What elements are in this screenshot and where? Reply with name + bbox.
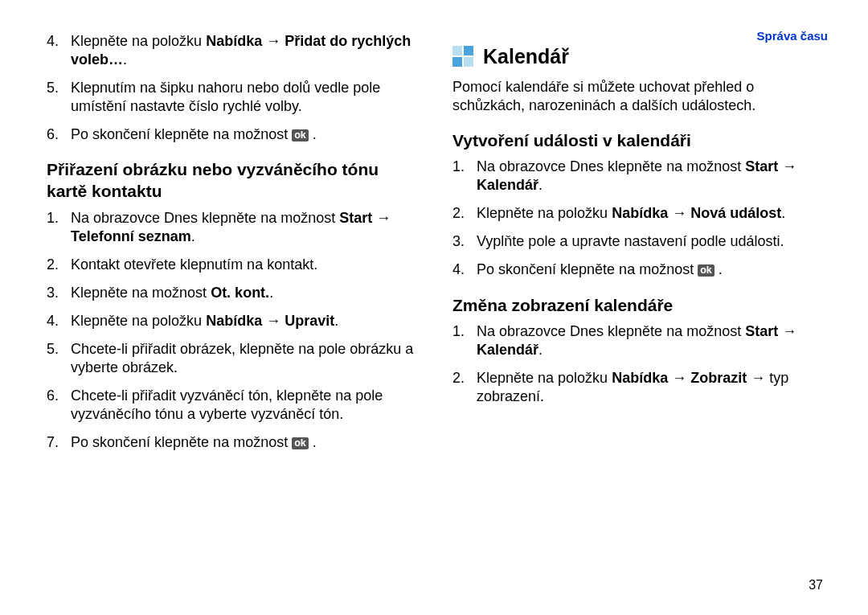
section-header-link: Správa času	[757, 29, 828, 43]
squares-icon	[452, 46, 475, 68]
list-item: 1.Na obrazovce Dnes klepněte na možnost …	[452, 322, 828, 359]
page-number: 37	[809, 578, 823, 592]
calendar-intro: Pomocí kalendáře si můžete uchovat přehl…	[452, 78, 828, 115]
list-item: 3.Klepněte na možnost Ot. kont..	[47, 284, 422, 302]
right-column: Kalendář Pomocí kalendáře si můžete ucho…	[452, 27, 828, 591]
heading-create-event: Vytvoření události v kalendáři	[452, 129, 828, 151]
svg-rect-1	[464, 46, 473, 55]
list-item: 4.Klepněte na položku Nabídka → Přidat d…	[47, 32, 422, 69]
list-item: 1.Na obrazovce Dnes klepněte na možnost …	[47, 209, 422, 246]
list-item: 2.Klepněte na položku Nabídka → Nová udá…	[452, 204, 828, 223]
list-create-event: 1.Na obrazovce Dnes klepněte na možnost …	[452, 158, 828, 279]
list-item: 2.Kontakt otevřete klepnutím na kontakt.	[47, 256, 422, 274]
calendar-title: Kalendář	[483, 45, 569, 68]
list-item: 4.Po skončení klepněte na možnost ok .	[452, 260, 828, 279]
list-item: 6.Chcete-li přiřadit vyzváněcí tón, klep…	[47, 387, 422, 424]
svg-rect-3	[464, 57, 473, 67]
left-list-assign: 1.Na obrazovce Dnes klepněte na možnost …	[47, 209, 422, 452]
heading-change-view: Změna zobrazení kalendáře	[452, 294, 828, 316]
calendar-title-row: Kalendář	[452, 45, 828, 68]
list-item: 4.Klepněte na položku Nabídka → Upravit.	[47, 312, 422, 330]
list-item: 6.Po skončení klepněte na možnost ok .	[47, 125, 422, 144]
left-heading-assign: Přiřazení obrázku nebo vyzváněcího tónu …	[47, 158, 422, 203]
svg-rect-0	[452, 46, 462, 55]
list-item: 3.Vyplňte pole a upravte nastavení podle…	[452, 232, 828, 251]
ok-icon: ok	[292, 437, 309, 449]
list-item: 5.Chcete-li přiřadit obrázek, klepněte n…	[47, 340, 422, 377]
left-list-continued: 4.Klepněte na položku Nabídka → Přidat d…	[47, 32, 422, 144]
page-body: 4.Klepněte na položku Nabídka → Přidat d…	[0, 0, 868, 615]
list-item: 5.Klepnutím na šipku nahoru nebo dolů ve…	[47, 79, 422, 116]
list-item: 2.Klepněte na položku Nabídka → Zobrazit…	[452, 369, 828, 406]
ok-icon: ok	[698, 264, 714, 277]
left-column: 4.Klepněte na položku Nabídka → Přidat d…	[47, 27, 422, 591]
svg-rect-2	[452, 57, 462, 67]
list-change-view: 1.Na obrazovce Dnes klepněte na možnost …	[452, 322, 828, 406]
list-item: 1.Na obrazovce Dnes klepněte na možnost …	[452, 158, 828, 195]
list-item: 7.Po skončení klepněte na možnost ok .	[47, 433, 422, 452]
ok-icon: ok	[292, 129, 309, 141]
